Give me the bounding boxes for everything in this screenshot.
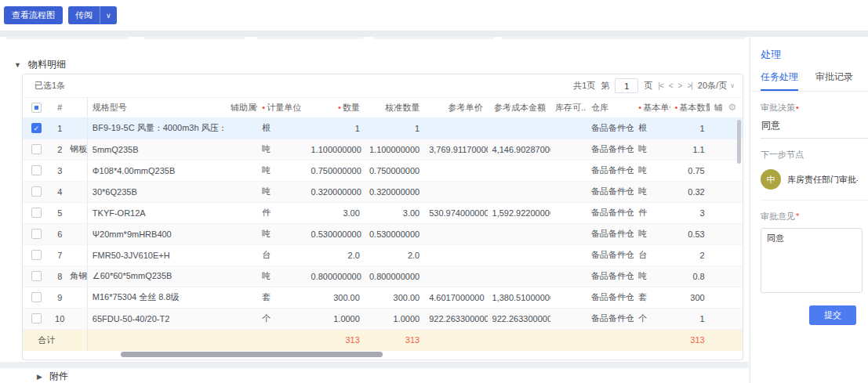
cell-base-qty: 1 xyxy=(670,308,710,329)
bottom-divider-band xyxy=(0,362,749,368)
total-base-qty: 313 xyxy=(670,329,710,351)
table-row[interactable]: 9 M16*75304 全丝 8.8级 套 300.00 300.00 4.60… xyxy=(23,287,743,308)
cell-spec: FMR50-3JV610E+H xyxy=(87,244,226,266)
column-header-index[interactable]: # xyxy=(49,98,70,117)
pagination-next-button[interactable]: > xyxy=(678,81,682,90)
total-qty: 313 xyxy=(307,329,365,351)
column-header-ref-cost[interactable]: 参考成本金额 xyxy=(488,98,550,117)
column-header-qty[interactable]: •数量 xyxy=(307,98,365,117)
required-icon: • xyxy=(262,103,265,112)
cell-base-unit: 吨 xyxy=(634,266,670,287)
approval-decision-select[interactable]: 同意 xyxy=(761,119,868,139)
cell-qty: 0.320000000 xyxy=(307,181,365,202)
column-header-base-qty[interactable]: •基本数量 xyxy=(670,98,710,117)
row-checkbox[interactable] xyxy=(31,165,42,175)
cell-unit: 个 xyxy=(257,308,306,329)
table-row[interactable]: 3 Φ108*4.00mmQ235B 吨 0.750000000 0.75000… xyxy=(23,160,743,181)
cell-aux xyxy=(226,223,257,244)
table-row[interactable]: 4 30*6Q235B 吨 0.320000000 0.320000000 备品… xyxy=(23,181,743,202)
table-row[interactable]: 8 角钢 ∠60*60*5mmQ235B 吨 0.800000000 0.800… xyxy=(23,266,743,287)
cell-spec: M16*75304 全丝 8.8级 xyxy=(87,287,226,308)
attachment-collapse-icon[interactable]: ▶ xyxy=(37,373,42,381)
cell-aux-truncated xyxy=(710,202,722,223)
horizontal-scrollbar[interactable] xyxy=(121,352,383,357)
cell-qty: 0.750000000 xyxy=(307,160,365,181)
column-header-stock[interactable]: 库存可..⇅ xyxy=(550,98,587,117)
cell-spec: Φ108*4.00mmQ235B xyxy=(87,160,226,181)
column-header-aux[interactable]: 辅助属性 xyxy=(226,98,257,117)
cell-base-qty: 3 xyxy=(670,202,710,223)
table-row[interactable]: 7 FMR50-3JV610E+H 台 2.0 2.0 备品备件仓 台 2 xyxy=(23,244,743,266)
cell-ref-price xyxy=(424,181,487,202)
cell-aux xyxy=(226,287,257,308)
cell-aux xyxy=(226,117,257,139)
column-header-approved-qty[interactable]: 核准数量 xyxy=(365,98,424,117)
table-row[interactable]: 6 Ψ20mm*9mHRB400 吨 0.530000000 0.5300000… xyxy=(23,223,743,244)
column-header-spec[interactable]: 规格型号 xyxy=(87,98,226,117)
column-settings-gear-icon[interactable]: ⚙ xyxy=(728,102,737,113)
cell-warehouse: 备品备件仓 xyxy=(587,181,634,202)
column-header-warehouse[interactable]: 仓库 xyxy=(587,98,634,117)
cell-spec: 5mmQ235B xyxy=(87,139,226,160)
cell-base-unit: 台 xyxy=(634,244,670,266)
cell-stock xyxy=(550,266,587,287)
page-number-input[interactable] xyxy=(615,78,638,93)
circulate-dropdown-chevron-icon[interactable]: ∨ xyxy=(100,6,117,24)
approval-comment-textarea[interactable]: 同意 xyxy=(761,228,863,293)
row-checkbox[interactable] xyxy=(31,186,42,197)
cell-spec: TKYF-OR12A xyxy=(87,202,226,223)
table-row[interactable]: 10 65FDU-50-40/20-T2 个 1.0000 1.0000 922… xyxy=(23,308,743,329)
row-checkbox[interactable] xyxy=(31,123,42,133)
cell-gear-spacer xyxy=(722,202,743,223)
cell-aux xyxy=(226,244,257,266)
select-all-checkbox[interactable] xyxy=(31,103,42,113)
row-checkbox[interactable] xyxy=(31,292,42,302)
pagination-first-button[interactable]: |< xyxy=(658,81,663,90)
pagination-last-button[interactable]: >| xyxy=(687,81,692,90)
row-checkbox[interactable] xyxy=(31,250,42,260)
cell-base-unit: 吨 xyxy=(634,139,670,160)
cell-stock xyxy=(550,287,587,308)
column-header-unit[interactable]: •计量单位 xyxy=(257,98,306,117)
cell-aux-truncated xyxy=(710,308,722,329)
attachment-section-title: 附件 xyxy=(49,370,68,383)
circulate-button[interactable]: 传阅 ∨ xyxy=(68,6,117,24)
table-row[interactable]: 2 钢板 5mmQ235B 吨 1.100000000 1.100000000 … xyxy=(23,139,743,160)
tab-task-processing[interactable]: 任务处理 xyxy=(761,70,798,91)
pagination-prev-button[interactable]: < xyxy=(669,81,673,90)
tab-approval-records[interactable]: 审批记录 xyxy=(815,70,853,91)
column-header-aux-truncated[interactable]: 辅 xyxy=(710,98,722,117)
cell-base-qty: 0.75 xyxy=(670,160,710,181)
submit-button[interactable]: 提交 xyxy=(809,305,856,325)
material-table-card: 已选1条 共1页 第 页 |< < > >| 20条/页 ∨ # xyxy=(22,74,743,360)
material-section-header[interactable]: ▼ 物料明细 xyxy=(14,58,66,71)
cell-partial-name xyxy=(70,202,87,223)
cell-qty: 300.00 xyxy=(307,287,365,308)
cell-aux xyxy=(226,139,257,160)
column-header-ref-price[interactable]: 参考单价 xyxy=(424,98,487,117)
row-checkbox[interactable] xyxy=(31,313,42,323)
cell-base-qty: 1 xyxy=(670,117,710,139)
vertical-scrollbar[interactable] xyxy=(737,120,741,164)
cell-aux xyxy=(226,202,257,223)
row-checkbox[interactable] xyxy=(31,271,42,281)
cell-base-unit: 套 xyxy=(634,287,670,308)
cell-qty: 3.00 xyxy=(307,202,365,223)
table-row[interactable]: 1 BF9-19-5C 风量：4000m3h 风压：5080Pa 功... 根 … xyxy=(23,117,743,139)
column-header-base-unit[interactable]: •基本单位 xyxy=(634,98,670,117)
cell-aux-truncated xyxy=(710,244,722,266)
view-flowchart-button[interactable]: 查看流程图 xyxy=(4,6,63,24)
cell-gear-spacer xyxy=(722,244,743,266)
cell-ref-cost xyxy=(488,181,550,202)
material-collapse-icon[interactable]: ▼ xyxy=(14,61,21,69)
row-checkbox[interactable] xyxy=(31,229,42,239)
table-row[interactable]: 5 TKYF-OR12A 件 3.00 3.00 530.9740000000 … xyxy=(23,202,743,223)
row-checkbox[interactable] xyxy=(31,208,42,218)
cell-unit: 吨 xyxy=(257,266,306,287)
attachment-section-header[interactable]: ▶ 附件 xyxy=(37,370,68,383)
row-checkbox[interactable] xyxy=(31,144,42,154)
cell-partial-name xyxy=(70,308,87,329)
page-size-select[interactable]: 20条/页 ∨ xyxy=(698,80,735,92)
cell-index: 2 xyxy=(49,139,70,160)
cell-ref-price: 530.9740000000 xyxy=(424,202,487,223)
